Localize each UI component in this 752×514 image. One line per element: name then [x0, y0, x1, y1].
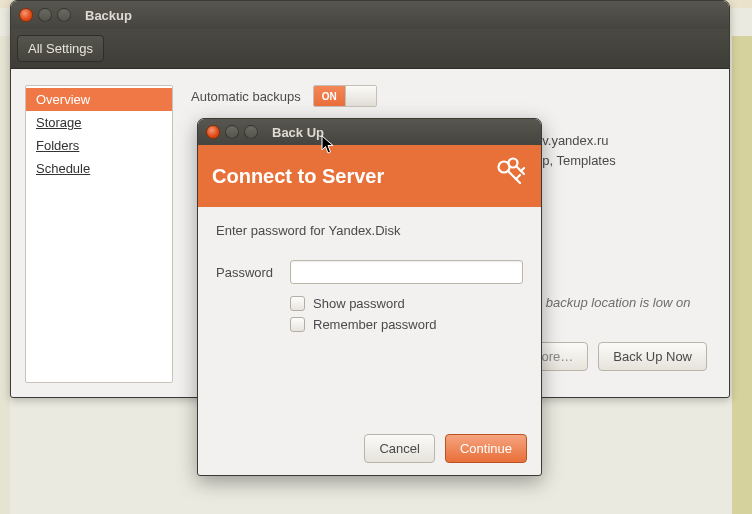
remember-password-row[interactable]: Remember password: [290, 317, 523, 332]
sidebar-item-label: Overview: [36, 92, 90, 107]
svg-line-2: [516, 175, 520, 179]
remember-password-label: Remember password: [313, 317, 437, 332]
close-icon[interactable]: [19, 8, 33, 22]
dialog-titlebar[interactable]: Back Up: [198, 119, 541, 145]
dialog-header: Connect to Server: [198, 145, 541, 207]
backup-location-value: av.yandex.ru: [535, 131, 616, 151]
connect-dialog: Back Up Connect to Server Enter password…: [197, 118, 542, 476]
main-action-buttons: tore… Back Up Now: [523, 342, 707, 371]
dialog-title: Back Up: [272, 125, 324, 140]
status-message: e backup location is low on: [535, 295, 690, 310]
backup-folders-value: op, Templates: [535, 151, 616, 171]
keys-icon: [493, 156, 527, 196]
main-titlebar[interactable]: Backup: [11, 1, 729, 29]
minimize-icon[interactable]: [225, 125, 239, 139]
show-password-checkbox[interactable]: [290, 296, 305, 311]
minimize-icon[interactable]: [38, 8, 52, 22]
dialog-body: Enter password for Yandex.Disk Password …: [198, 207, 541, 348]
toolbar: All Settings: [11, 29, 729, 69]
sidebar-item-label: Schedule: [36, 161, 90, 176]
automatic-backup-label: Automatic backups: [191, 89, 301, 104]
password-input[interactable]: [290, 260, 523, 284]
password-label: Password: [216, 265, 278, 280]
sidebar-item-schedule[interactable]: Schedule: [26, 157, 172, 180]
show-password-row[interactable]: Show password: [290, 296, 523, 311]
maximize-icon[interactable]: [57, 8, 71, 22]
dialog-heading: Connect to Server: [212, 165, 384, 188]
continue-button[interactable]: Continue: [445, 434, 527, 463]
sidebar-item-overview[interactable]: Overview: [26, 88, 172, 111]
overview-info: av.yandex.ru op, Templates: [535, 131, 616, 170]
close-icon[interactable]: [206, 125, 220, 139]
backup-now-button[interactable]: Back Up Now: [598, 342, 707, 371]
remember-password-checkbox[interactable]: [290, 317, 305, 332]
dialog-prompt: Enter password for Yandex.Disk: [216, 223, 523, 238]
main-title: Backup: [85, 8, 132, 23]
switch-knob: [345, 86, 376, 106]
sidebar-item-storage[interactable]: Storage: [26, 111, 172, 134]
cancel-button[interactable]: Cancel: [364, 434, 434, 463]
sidebar-item-folders[interactable]: Folders: [26, 134, 172, 157]
all-settings-button[interactable]: All Settings: [17, 35, 104, 62]
window-controls: [19, 8, 71, 22]
maximize-icon[interactable]: [244, 125, 258, 139]
sidebar-item-label: Folders: [36, 138, 79, 153]
show-password-label: Show password: [313, 296, 405, 311]
dialog-footer: Cancel Continue: [364, 434, 527, 463]
svg-line-5: [521, 168, 524, 171]
dialog-window-controls: [206, 125, 258, 139]
sidebar-item-label: Storage: [36, 115, 82, 130]
automatic-backup-switch[interactable]: ON: [313, 85, 377, 107]
automatic-backup-row: Automatic backups ON: [191, 85, 715, 107]
password-row: Password: [216, 260, 523, 284]
switch-on-label: ON: [314, 86, 345, 106]
sidebar: Overview Storage Folders Schedule: [25, 85, 173, 383]
